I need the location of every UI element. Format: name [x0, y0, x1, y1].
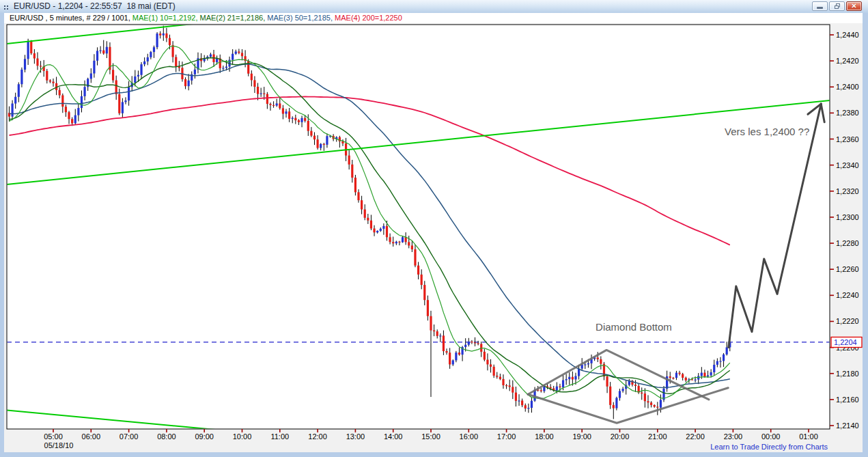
price-label: 1,2160: [836, 396, 859, 404]
window-controls: ✕: [812, 1, 862, 11]
close-icon: ✕: [851, 2, 856, 10]
time-label: 11:00: [270, 432, 289, 441]
candle-body: [225, 67, 227, 68]
indicator-text: MAE(4) 200=1,2250: [335, 14, 402, 22]
minimize-button[interactable]: [812, 1, 828, 11]
close-button[interactable]: ✕: [846, 1, 862, 11]
candle-body: [509, 385, 511, 387]
candle-body: [263, 94, 265, 94]
candle-body: [682, 374, 684, 378]
time-label: 15:00: [421, 432, 440, 441]
candle-body: [641, 393, 643, 393]
candle-body: [613, 405, 615, 408]
window: { "window": { "title": "EUR/USD - 1,2204…: [0, 0, 868, 457]
candle-body: [430, 316, 432, 331]
candle-body: [102, 51, 104, 54]
title-bar[interactable]: EUR/USD - 1,2204 - 22:55:57 18 mai (EDT)…: [0, 0, 868, 13]
price-label: 1,2400: [836, 83, 859, 91]
candle-body: [398, 242, 400, 243]
time-label: 19:00: [572, 432, 591, 441]
candle-body: [364, 210, 366, 218]
price-label: 1,2240: [836, 291, 859, 299]
candle-body: [307, 121, 309, 131]
candle-body: [474, 342, 476, 343]
candle-body: [685, 378, 687, 380]
candle-body: [65, 107, 67, 112]
restore-button[interactable]: [829, 1, 845, 11]
candle-body: [147, 57, 149, 61]
candle-body: [703, 373, 705, 376]
candle-body: [505, 385, 507, 386]
time-label: 23:00: [724, 432, 743, 441]
candle-body: [313, 136, 316, 140]
candle-body: [518, 400, 520, 401]
candle-body: [414, 249, 416, 266]
candle-body: [443, 335, 445, 351]
candle-body: [235, 51, 237, 53]
candle-body: [118, 94, 120, 113]
window-title: EUR/USD - 1,2204 - 22:55:57 18 mai (EDT): [14, 0, 176, 13]
price-label: 1,2340: [836, 161, 859, 169]
candle-body: [68, 112, 70, 119]
candle-body: [496, 376, 498, 377]
candle-body: [172, 45, 174, 57]
candle-body: [587, 363, 589, 365]
candle-body: [18, 84, 20, 97]
candle-body: [439, 335, 441, 336]
candle-body: [326, 136, 328, 145]
candle-body: [719, 361, 721, 361]
candle-body: [634, 385, 636, 386]
candle-body: [81, 96, 83, 108]
candle-body: [597, 357, 599, 359]
candle-body: [74, 115, 76, 124]
candle-body: [606, 376, 608, 387]
candle-body: [276, 103, 278, 105]
indicator-text: MAE(1) 10=1,2192,: [132, 14, 200, 22]
candle-body: [36, 59, 38, 66]
candle-body: [527, 408, 529, 408]
y-axis: 1,24401,24201,24001,23801,23601,23401,23…: [830, 31, 859, 430]
candle-body: [348, 156, 350, 165]
candle-body: [124, 100, 126, 102]
candle-body: [565, 379, 568, 380]
candle-body: [49, 81, 51, 82]
candle-body: [20, 70, 23, 84]
candle-body: [562, 380, 564, 387]
chart-canvas[interactable]: Vers les 1,2400 ??Diamond Bottom1,24401,…: [4, 23, 863, 452]
candle-body: [691, 379, 693, 380]
footer-link[interactable]: Learn to Trade Directly from Charts: [710, 443, 828, 451]
candle-body: [502, 379, 504, 385]
candle-body: [90, 74, 92, 79]
candle-body: [93, 61, 95, 74]
candle-body: [382, 226, 384, 229]
candle-body: [323, 144, 325, 145]
candle-body: [61, 95, 64, 107]
candle-body: [210, 55, 212, 57]
candle-body: [339, 137, 341, 141]
candle-body: [137, 75, 139, 77]
candle-body: [300, 118, 303, 122]
candle-body: [486, 360, 488, 365]
candle-body: [723, 355, 725, 361]
candle-body: [644, 393, 646, 401]
candle-body: [253, 80, 255, 87]
candle-body: [726, 347, 728, 354]
candle-body: [71, 119, 73, 123]
candle-body: [46, 71, 48, 81]
candle-body: [615, 398, 617, 408]
candle-body: [600, 359, 602, 364]
candle-body: [515, 393, 517, 401]
candle-body: [701, 373, 703, 376]
candle-body: [266, 94, 268, 104]
time-label: 07:00: [120, 432, 139, 441]
chart-area[interactable]: Vers les 1,2400 ??Diamond Bottom1,24401,…: [4, 23, 863, 452]
time-label: 00:00: [761, 432, 781, 441]
app-icon: [3, 3, 10, 10]
candle-body: [188, 81, 190, 86]
candle-body: [392, 242, 394, 243]
candle-body: [650, 402, 652, 405]
pattern-annotation: Diamond Bottom: [596, 321, 672, 333]
candle-body: [367, 218, 369, 221]
candle-body: [269, 104, 271, 105]
candle-body: [247, 61, 249, 74]
